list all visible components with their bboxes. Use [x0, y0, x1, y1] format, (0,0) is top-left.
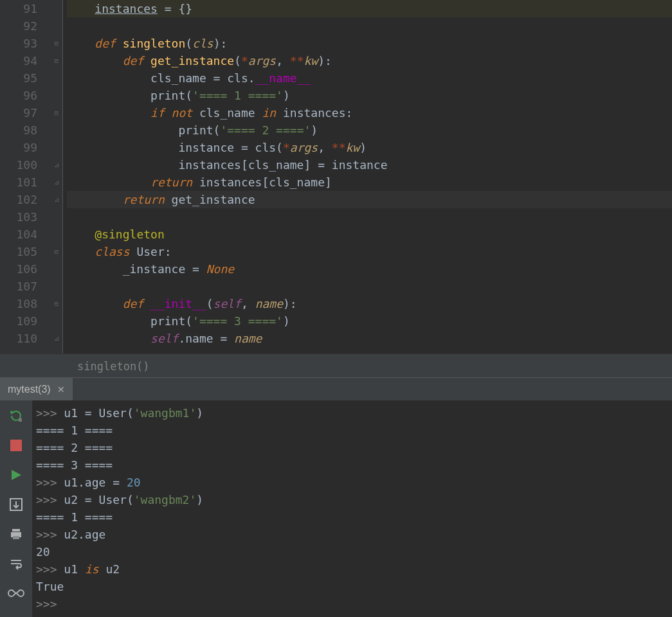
console-line: >>> u1 is u2 [36, 560, 668, 578]
code-line[interactable]: print('==== 2 ====') [67, 121, 672, 139]
code-line[interactable] [67, 17, 672, 35]
fold-marker [50, 278, 62, 295]
close-icon[interactable]: ✕ [57, 384, 65, 395]
rerun-icon[interactable] [7, 407, 25, 425]
code-line[interactable]: def __init__(self, name): [67, 295, 672, 312]
line-number: 101 [0, 174, 37, 191]
fold-marker [50, 260, 62, 278]
console-output[interactable]: >>> u1 = User('wangbm1')==== 1 ======== … [32, 400, 672, 617]
fold-marker[interactable]: ⊟ [50, 243, 62, 260]
fold-marker[interactable]: ⊿ [50, 156, 62, 174]
wrap-icon[interactable] [7, 555, 25, 573]
console-line: ==== 3 ==== [36, 456, 668, 474]
line-number: 92 [0, 17, 37, 35]
code-line[interactable]: return get_instance [67, 191, 672, 208]
line-number: 98 [0, 121, 37, 139]
code-line[interactable] [67, 208, 672, 226]
code-line[interactable]: if not cls_name in instances: [67, 104, 672, 121]
line-number: 100 [0, 156, 37, 174]
fold-marker[interactable]: ⊟ [50, 35, 62, 52]
console-toolbar [0, 400, 32, 617]
code-line[interactable]: print('==== 1 ====') [67, 87, 672, 104]
console-line: >>> u2 = User('wangbm2') [36, 491, 668, 508]
console-line: >>> u1.age = 20 [36, 474, 668, 491]
line-number: 106 [0, 260, 37, 278]
fold-marker [50, 208, 62, 226]
code-line[interactable]: def get_instance(*args, **kw): [67, 52, 672, 69]
code-line[interactable] [67, 278, 672, 295]
breadcrumb[interactable]: singleton() [0, 353, 672, 378]
console-tab-label: mytest(3) [8, 384, 51, 395]
line-number: 96 [0, 87, 37, 104]
code-line[interactable]: _instance = None [67, 260, 672, 278]
line-number: 109 [0, 312, 37, 330]
fold-marker [50, 17, 62, 35]
infinite-icon[interactable] [7, 584, 25, 602]
code-line[interactable]: return instances[cls_name] [67, 174, 672, 191]
fold-marker [50, 226, 62, 243]
line-number: 94 [0, 52, 37, 69]
console-line: >>> u2.age [36, 526, 668, 543]
fold-marker [50, 139, 62, 156]
console-area: >>> u1 = User('wangbm1')==== 1 ======== … [0, 400, 672, 617]
console-line: >>> [36, 595, 668, 613]
code-line[interactable]: @singleton [67, 226, 672, 243]
console-line: ==== 1 ==== [36, 508, 668, 526]
play-icon[interactable] [7, 466, 25, 484]
line-number: 103 [0, 208, 37, 226]
fold-column[interactable]: ⊟⊟⊟⊿⊿⊿⊟⊟⊿ [50, 0, 63, 353]
line-number: 105 [0, 243, 37, 260]
fold-marker [50, 121, 62, 139]
svg-rect-7 [13, 536, 19, 539]
line-number: 108 [0, 295, 37, 312]
fold-marker [50, 0, 62, 17]
svg-marker-3 [12, 470, 21, 480]
fold-marker[interactable]: ⊿ [50, 191, 62, 208]
stop-icon[interactable] [7, 436, 25, 454]
code-line[interactable]: class User: [67, 243, 672, 260]
code-line[interactable]: instance = cls(*args, **kw) [67, 139, 672, 156]
line-number: 107 [0, 278, 37, 295]
fold-marker[interactable]: ⊟ [50, 104, 62, 121]
console-line: ==== 1 ==== [36, 422, 668, 439]
line-number: 110 [0, 330, 37, 347]
line-number: 99 [0, 139, 37, 156]
code-line[interactable]: instances = {} [67, 0, 672, 17]
svg-rect-1 [19, 418, 22, 422]
fold-marker[interactable]: ⊟ [50, 52, 62, 69]
fold-marker[interactable]: ⊟ [50, 295, 62, 312]
code-line[interactable]: instances[cls_name] = instance [67, 156, 672, 174]
editor-area[interactable]: 9192939495969798991001011021031041051061… [0, 0, 672, 353]
fold-marker [50, 312, 62, 330]
console-tab-bar: mytest(3) ✕ [0, 378, 672, 400]
console-tab[interactable]: mytest(3) ✕ [0, 378, 73, 400]
fold-marker [50, 87, 62, 104]
console-line: 20 [36, 543, 668, 560]
fold-marker[interactable]: ⊿ [50, 330, 62, 347]
line-number: 97 [0, 104, 37, 121]
code-area[interactable]: instances = {} def singleton(cls): def g… [63, 0, 672, 353]
code-line[interactable]: print('==== 3 ====') [67, 312, 672, 330]
svg-rect-2 [10, 440, 22, 451]
breadcrumb-text: singleton() [77, 360, 150, 373]
line-number: 102 [0, 191, 37, 208]
code-line[interactable]: cls_name = cls.__name__ [67, 69, 672, 87]
code-line[interactable]: self.name = name [67, 330, 672, 347]
fold-marker[interactable]: ⊿ [50, 174, 62, 191]
print-icon[interactable] [7, 525, 25, 543]
line-number: 91 [0, 0, 37, 17]
code-line[interactable]: def singleton(cls): [67, 35, 672, 52]
console-line: ==== 2 ==== [36, 439, 668, 456]
fold-marker [50, 69, 62, 87]
line-number: 93 [0, 35, 37, 52]
line-number-gutter: 9192939495969798991001011021031041051061… [0, 0, 50, 353]
console-line: >>> u1 = User('wangbm1') [36, 404, 668, 422]
line-number: 95 [0, 69, 37, 87]
layout-icon[interactable] [7, 496, 25, 514]
svg-rect-5 [12, 529, 20, 532]
line-number: 104 [0, 226, 37, 243]
console-line: True [36, 578, 668, 595]
